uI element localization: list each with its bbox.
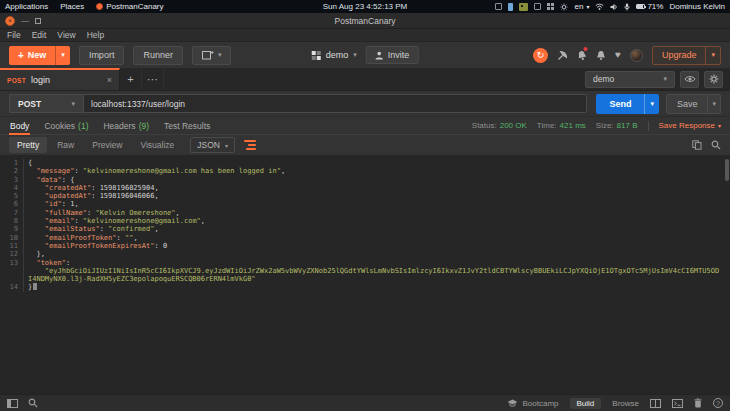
tab-options-button[interactable]: ⋯ (142, 68, 164, 90)
indicator-icon[interactable] (495, 3, 502, 10)
chevron-down-icon: ▾ (586, 3, 589, 10)
new-tab-button[interactable]: + (120, 68, 142, 90)
view-tab-pretty[interactable]: Pretty (9, 137, 47, 153)
workspace-indicator-icon[interactable] (534, 3, 541, 10)
bootcamp-button[interactable]: Bootcamp (507, 399, 558, 408)
interceptor-button[interactable] (557, 50, 568, 60)
build-button[interactable]: Build (570, 398, 602, 409)
find-replace-icon[interactable] (28, 398, 38, 408)
postman-app-icon (96, 3, 103, 10)
browse-button[interactable]: Browse (612, 399, 639, 408)
wifi-icon[interactable] (595, 3, 604, 10)
request-tabbar: POST login × + ⋯ demo ▾ (0, 68, 730, 91)
new-dropdown-caret[interactable]: ▾ (55, 46, 70, 65)
main-toolbar: +New ▾ Import Runner ▾ demo ▾ Invite ↻ (0, 42, 730, 68)
tab-close-icon[interactable]: × (107, 75, 112, 85)
code-line: 9 "emailStatus": "confirmed", (0, 225, 730, 233)
send-button[interactable]: Send ▾ (596, 94, 659, 114)
language-indicator[interactable]: en▾ (574, 2, 589, 11)
user-menu[interactable]: Dominus Kelvin (669, 2, 725, 11)
sync-status-button[interactable]: ↻ (533, 48, 548, 63)
user-avatar[interactable] (630, 49, 643, 62)
window-minimize-button[interactable]: — (21, 16, 29, 26)
new-button[interactable]: +New ▾ (9, 46, 70, 65)
response-tab-body[interactable]: Body (9, 118, 30, 134)
code-line: 12 }, (0, 250, 730, 258)
response-size: Size:817 B (596, 121, 638, 130)
app-grid-icon[interactable] (547, 3, 554, 10)
code-line: 14} (0, 283, 730, 291)
code-lines: 1{2 "message": "kelvinomereshone@gmail.c… (0, 159, 730, 292)
upgrade-dropdown-caret[interactable]: ▾ (705, 47, 720, 64)
editor-scrollbar[interactable] (725, 159, 729, 181)
notification-badge (583, 46, 588, 51)
view-tab-preview[interactable]: Preview (84, 137, 130, 153)
keyboard-layout-icon[interactable] (519, 3, 528, 11)
request-tab-login[interactable]: POST login × (0, 68, 120, 90)
code-line: 8 "email": "kelvinomereshone@gmail.com", (0, 217, 730, 225)
window-title: PostmanCanary (335, 16, 396, 26)
response-tab-test-results[interactable]: Test Results (163, 118, 211, 134)
trash-icon[interactable] (694, 398, 702, 408)
bluetooth-icon[interactable] (508, 3, 513, 11)
import-button[interactable]: Import (79, 46, 125, 65)
settings-gear-icon[interactable] (560, 3, 568, 11)
response-tab-headers[interactable]: Headers(9) (102, 118, 150, 134)
places-menu[interactable]: Places (60, 2, 84, 11)
copy-icon[interactable] (692, 140, 702, 150)
applications-menu[interactable]: Applications (5, 2, 48, 11)
save-button[interactable]: Save ▾ (666, 94, 721, 114)
search-icon[interactable] (711, 140, 721, 150)
code-line: 13 "token": (0, 259, 730, 267)
save-response-button[interactable]: Save Response▾ (659, 121, 722, 130)
microphone-icon[interactable] (624, 3, 630, 11)
system-clock[interactable]: Sun Aug 23 4:52:13 PM (323, 2, 408, 11)
method-dropdown[interactable]: POST ▾ (9, 94, 83, 113)
menu-edit[interactable]: Edit (32, 30, 47, 40)
eye-icon (684, 75, 696, 83)
view-tab-visualize[interactable]: Visualize (132, 137, 182, 153)
console-icon[interactable] (672, 399, 683, 408)
response-meta-bar: Body Cookies(1) Headers(9) Test Results … (0, 117, 730, 135)
window-maximize-button[interactable] (35, 18, 41, 24)
request-builder-bar: POST ▾ Send ▾ Save ▾ (0, 91, 730, 117)
postman-window: Applications Places PostmanCanary Sun Au… (0, 0, 730, 411)
environment-quick-look-button[interactable] (680, 71, 699, 88)
environment-settings-button[interactable] (704, 71, 723, 88)
window-close-button[interactable]: × (5, 16, 15, 26)
chevron-down-icon: ▾ (718, 122, 721, 129)
code-line: 5 "updatedAt": 1598196046066, (0, 192, 730, 200)
notifications-button[interactable] (596, 50, 606, 61)
url-input[interactable] (83, 94, 587, 113)
chevron-down-icon: ▾ (225, 142, 228, 149)
format-dropdown[interactable]: JSON ▾ (190, 137, 235, 153)
text-cursor (33, 283, 37, 290)
invite-person-icon (375, 51, 384, 60)
code-line: 2 "message": "kelvinomereshone@gmail.com… (0, 167, 730, 175)
environment-selector[interactable]: demo ▾ (585, 71, 675, 88)
battery-indicator[interactable]: 71% (636, 2, 663, 11)
send-dropdown-caret[interactable]: ▾ (644, 94, 659, 114)
beautify-icon[interactable] (244, 140, 256, 150)
menu-view[interactable]: View (57, 30, 75, 40)
active-app-menu[interactable]: PostmanCanary (96, 2, 163, 11)
volume-icon[interactable] (610, 3, 618, 11)
runner-button[interactable]: Runner (133, 46, 183, 65)
menu-file[interactable]: File (7, 30, 21, 40)
code-line: 4 "createdAt": 1598196025904, (0, 184, 730, 192)
favorites-heart-icon[interactable]: ♥ (615, 50, 621, 60)
upgrade-button[interactable]: Upgrade ▾ (652, 46, 721, 65)
response-body-editor[interactable]: 1{2 "message": "kelvinomereshone@gmail.c… (0, 155, 730, 394)
help-button[interactable]: ? (713, 398, 723, 408)
workspace-switcher[interactable]: demo ▾ (312, 50, 357, 60)
toggle-sidebar-icon[interactable] (7, 399, 18, 408)
window-titlebar: × — PostmanCanary (0, 13, 730, 29)
new-window-button[interactable]: ▾ (192, 46, 232, 65)
view-tab-raw[interactable]: Raw (49, 137, 82, 153)
announcements-button[interactable] (576, 48, 588, 61)
save-dropdown-caret[interactable]: ▾ (707, 95, 720, 113)
two-pane-layout-icon[interactable] (650, 399, 661, 408)
response-tab-cookies[interactable]: Cookies(1) (43, 118, 89, 134)
invite-button[interactable]: Invite (366, 46, 419, 64)
menu-help[interactable]: Help (87, 30, 104, 40)
